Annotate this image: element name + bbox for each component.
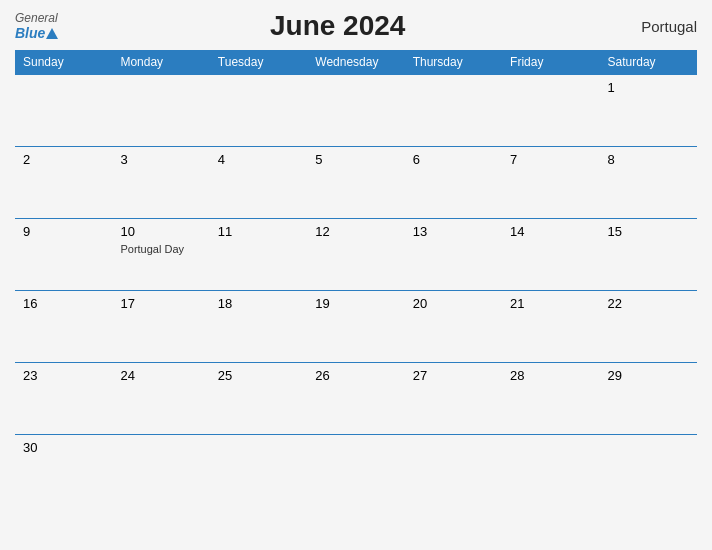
cell-w6-d4 xyxy=(307,435,404,507)
logo-blue-line: Blue xyxy=(15,25,58,41)
day-number: 14 xyxy=(510,224,591,239)
header-monday: Monday xyxy=(112,50,209,75)
country-label: Portugal xyxy=(617,18,697,35)
cell-w5-d1: 23 xyxy=(15,363,112,435)
calendar-container: General Blue June 2024 Portugal Sunday M… xyxy=(0,0,712,550)
week-row-2: 2345678 xyxy=(15,147,697,219)
cell-w1-d2 xyxy=(112,75,209,147)
cell-w6-d6 xyxy=(502,435,599,507)
day-headers-row: Sunday Monday Tuesday Wednesday Thursday… xyxy=(15,50,697,75)
day-number: 19 xyxy=(315,296,396,311)
day-number: 11 xyxy=(218,224,299,239)
calendar-header: General Blue June 2024 Portugal xyxy=(15,10,697,42)
day-number: 16 xyxy=(23,296,104,311)
cell-w3-d2: 10Portugal Day xyxy=(112,219,209,291)
day-number: 15 xyxy=(608,224,689,239)
cell-w4-d7: 22 xyxy=(600,291,697,363)
cell-w1-d1 xyxy=(15,75,112,147)
header-saturday: Saturday xyxy=(600,50,697,75)
cell-w6-d3 xyxy=(210,435,307,507)
week-row-5: 23242526272829 xyxy=(15,363,697,435)
day-number: 22 xyxy=(608,296,689,311)
cell-w4-d3: 18 xyxy=(210,291,307,363)
cell-w5-d7: 29 xyxy=(600,363,697,435)
cell-w5-d5: 27 xyxy=(405,363,502,435)
cell-w1-d3 xyxy=(210,75,307,147)
header-sunday: Sunday xyxy=(15,50,112,75)
cell-w4-d2: 17 xyxy=(112,291,209,363)
day-number: 13 xyxy=(413,224,494,239)
cell-w3-d3: 11 xyxy=(210,219,307,291)
cell-w4-d6: 21 xyxy=(502,291,599,363)
day-number: 21 xyxy=(510,296,591,311)
header-tuesday: Tuesday xyxy=(210,50,307,75)
calendar-title: June 2024 xyxy=(58,10,617,42)
logo-triangle-icon xyxy=(46,28,58,39)
calendar-table: Sunday Monday Tuesday Wednesday Thursday… xyxy=(15,50,697,507)
cell-w2-d4: 5 xyxy=(307,147,404,219)
week-row-3: 910Portugal Day1112131415 xyxy=(15,219,697,291)
week-row-6: 30 xyxy=(15,435,697,507)
day-number: 1 xyxy=(608,80,689,95)
cell-w5-d6: 28 xyxy=(502,363,599,435)
cell-w1-d6 xyxy=(502,75,599,147)
cell-w6-d5 xyxy=(405,435,502,507)
logo-general: General xyxy=(15,11,58,25)
cell-w1-d7: 1 xyxy=(600,75,697,147)
day-number: 28 xyxy=(510,368,591,383)
day-number: 7 xyxy=(510,152,591,167)
day-number: 12 xyxy=(315,224,396,239)
logo-blue-text: Blue xyxy=(15,25,45,41)
week-row-4: 16171819202122 xyxy=(15,291,697,363)
cell-w5-d4: 26 xyxy=(307,363,404,435)
header-wednesday: Wednesday xyxy=(307,50,404,75)
day-number: 10 xyxy=(120,224,201,239)
cell-w2-d6: 7 xyxy=(502,147,599,219)
day-number: 29 xyxy=(608,368,689,383)
day-number: 6 xyxy=(413,152,494,167)
cell-w5-d2: 24 xyxy=(112,363,209,435)
day-number: 4 xyxy=(218,152,299,167)
day-number: 17 xyxy=(120,296,201,311)
logo: General Blue xyxy=(15,11,58,41)
cell-w4-d4: 19 xyxy=(307,291,404,363)
week-row-1: 1 xyxy=(15,75,697,147)
day-number: 25 xyxy=(218,368,299,383)
day-number: 26 xyxy=(315,368,396,383)
cell-w3-d6: 14 xyxy=(502,219,599,291)
cell-w1-d5 xyxy=(405,75,502,147)
day-number: 18 xyxy=(218,296,299,311)
cell-w3-d4: 12 xyxy=(307,219,404,291)
cell-w5-d3: 25 xyxy=(210,363,307,435)
day-number: 27 xyxy=(413,368,494,383)
day-number: 20 xyxy=(413,296,494,311)
event-label: Portugal Day xyxy=(120,243,184,255)
cell-w2-d1: 2 xyxy=(15,147,112,219)
day-number: 2 xyxy=(23,152,104,167)
day-number: 8 xyxy=(608,152,689,167)
day-number: 24 xyxy=(120,368,201,383)
day-number: 30 xyxy=(23,440,104,455)
cell-w3-d7: 15 xyxy=(600,219,697,291)
cell-w3-d5: 13 xyxy=(405,219,502,291)
header-friday: Friday xyxy=(502,50,599,75)
cell-w3-d1: 9 xyxy=(15,219,112,291)
cell-w6-d7 xyxy=(600,435,697,507)
cell-w6-d1: 30 xyxy=(15,435,112,507)
day-number: 9 xyxy=(23,224,104,239)
cell-w2-d7: 8 xyxy=(600,147,697,219)
day-number: 5 xyxy=(315,152,396,167)
cell-w1-d4 xyxy=(307,75,404,147)
cell-w2-d3: 4 xyxy=(210,147,307,219)
day-number: 23 xyxy=(23,368,104,383)
cell-w4-d1: 16 xyxy=(15,291,112,363)
cell-w6-d2 xyxy=(112,435,209,507)
cell-w4-d5: 20 xyxy=(405,291,502,363)
cell-w2-d2: 3 xyxy=(112,147,209,219)
header-thursday: Thursday xyxy=(405,50,502,75)
cell-w2-d5: 6 xyxy=(405,147,502,219)
day-number: 3 xyxy=(120,152,201,167)
